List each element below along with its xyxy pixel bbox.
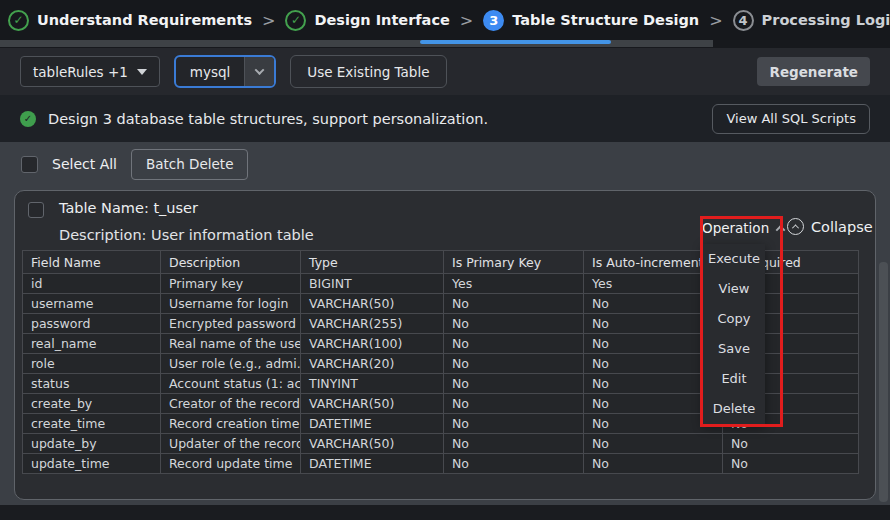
db-select-value: mysql <box>176 57 245 86</box>
step-done-check-icon: ✓ <box>285 10 306 31</box>
chevron-right-separator-icon: > <box>709 11 722 30</box>
stepper-scrollbar <box>0 40 890 48</box>
operation-dropdown-menu: Execute View Copy Save Edit Delete <box>703 244 765 424</box>
table-cell: BIGINT <box>301 274 444 294</box>
menu-item-save[interactable]: Save <box>703 334 765 364</box>
chevron-up-icon <box>776 224 786 234</box>
table-cell: Creator of the record <box>161 394 301 414</box>
chevron-right-separator-icon: > <box>262 11 275 30</box>
table-card-checkbox[interactable] <box>28 202 44 218</box>
col-header: Description <box>161 251 301 274</box>
table-cell: No <box>723 434 859 454</box>
table-name-label: Table Name: t_user <box>59 200 198 216</box>
table-cell: create_time <box>23 414 161 434</box>
table-cell: id <box>23 274 161 294</box>
table-cell: No <box>584 454 723 474</box>
step-number-badge: 3 <box>483 10 504 31</box>
table-cell: VARCHAR(20) <box>301 354 444 374</box>
collapse-label: Collapse <box>811 219 873 235</box>
bottom-scrollbar-track <box>0 505 890 520</box>
col-header: Field Name <box>23 251 161 274</box>
table-description-label: Description: User information table <box>59 227 314 243</box>
table-cell: Yes <box>444 274 584 294</box>
step-label: Table Structure Design <box>512 12 699 28</box>
table-cell: role <box>23 354 161 374</box>
table-card-t-user: Table Name: t_user Description: User inf… <box>14 190 876 500</box>
table-cell: No <box>584 414 723 434</box>
menu-item-view[interactable]: View <box>703 274 765 304</box>
db-select[interactable]: mysql <box>174 55 277 88</box>
step-understand-requirements[interactable]: ✓ Understand Requirements <box>8 10 252 31</box>
vertical-scrollbar-thumb[interactable] <box>879 262 888 502</box>
table-cell: No <box>584 374 723 394</box>
collapse-circle-icon <box>787 218 804 235</box>
table-cell: VARCHAR(50) <box>301 294 444 314</box>
table-cell: Record creation time <box>161 414 301 434</box>
col-header: Is Auto-increment <box>584 251 723 274</box>
table-cell: status <box>23 374 161 394</box>
view-all-sql-scripts-button[interactable]: View All SQL Scripts <box>712 104 870 134</box>
table-cell: Account status (1: act... <box>161 374 301 394</box>
table-cell: VARCHAR(50) <box>301 394 444 414</box>
table-cell: Username for login <box>161 294 301 314</box>
step-label: Design Interface <box>314 12 449 28</box>
toolbar: tableRules +1 mysql Use Existing Table R… <box>0 48 890 95</box>
col-header: Type <box>301 251 444 274</box>
table-row: update_by Updater of the record VARCHAR(… <box>23 434 859 454</box>
select-all-label: Select All <box>52 156 117 172</box>
menu-item-execute[interactable]: Execute <box>703 244 765 274</box>
table-cell: username <box>23 294 161 314</box>
step-done-check-icon: ✓ <box>8 10 29 31</box>
table-cell: No <box>584 294 723 314</box>
table-cell: No <box>444 374 584 394</box>
table-cell: No <box>444 434 584 454</box>
col-header: Is Primary Key <box>444 251 584 274</box>
table-cell: No <box>444 454 584 474</box>
bulk-actions-row: Select All Batch Delete <box>14 142 876 186</box>
status-bar: ✓ Design 3 database table structures, su… <box>0 95 890 142</box>
step-processing-logic[interactable]: 4 Processing Logic (Interface) <box>733 10 890 31</box>
table-cell: No <box>584 334 723 354</box>
batch-delete-button[interactable]: Batch Delete <box>131 149 248 180</box>
table-cell: password <box>23 314 161 334</box>
table-cell: Updater of the record <box>161 434 301 454</box>
regenerate-button[interactable]: Regenerate <box>757 57 870 86</box>
table-cell: DATETIME <box>301 454 444 474</box>
step-design-interface[interactable]: ✓ Design Interface <box>285 10 449 31</box>
chevron-right-separator-icon: > <box>460 11 473 30</box>
table-cell: No <box>723 454 859 474</box>
step-label: Processing Logic (Interface) <box>762 12 890 28</box>
table-cell: update_time <box>23 454 161 474</box>
table-rules-label: tableRules +1 <box>33 64 128 80</box>
step-table-structure-design[interactable]: 3 Table Structure Design <box>483 10 699 31</box>
step-number-badge: 4 <box>733 10 754 31</box>
menu-item-delete[interactable]: Delete <box>703 394 765 424</box>
table-rules-dropdown-button[interactable]: tableRules +1 <box>20 56 160 87</box>
table-cell: TINYINT <box>301 374 444 394</box>
caret-down-icon <box>137 69 147 75</box>
table-cell: No <box>584 394 723 414</box>
table-cell: No <box>444 414 584 434</box>
menu-item-edit[interactable]: Edit <box>703 364 765 394</box>
collapse-button[interactable]: Collapse <box>787 218 873 235</box>
table-cell: No <box>444 314 584 334</box>
workflow-stepper: ✓ Understand Requirements > ✓ Design Int… <box>0 0 890 40</box>
table-cell: No <box>584 314 723 334</box>
table-cell: real_name <box>23 334 161 354</box>
operation-dropdown-button[interactable]: Operation <box>702 220 784 236</box>
success-check-icon: ✓ <box>20 111 36 127</box>
table-cell: Yes <box>584 274 723 294</box>
table-cell: VARCHAR(100) <box>301 334 444 354</box>
select-all-checkbox[interactable] <box>21 156 38 173</box>
operation-label: Operation <box>702 220 769 236</box>
table-cell: update_by <box>23 434 161 454</box>
step-label: Understand Requirements <box>37 12 252 28</box>
table-cell: VARCHAR(50) <box>301 434 444 454</box>
table-row: update_time Record update time DATETIME … <box>23 454 859 474</box>
status-message: Design 3 database table structures, supp… <box>48 111 488 127</box>
table-cell: DATETIME <box>301 414 444 434</box>
menu-item-copy[interactable]: Copy <box>703 304 765 334</box>
table-cell: Real name of the user <box>161 334 301 354</box>
use-existing-table-button[interactable]: Use Existing Table <box>290 55 446 88</box>
main-content: Select All Batch Delete Table Name: t_us… <box>0 142 890 505</box>
